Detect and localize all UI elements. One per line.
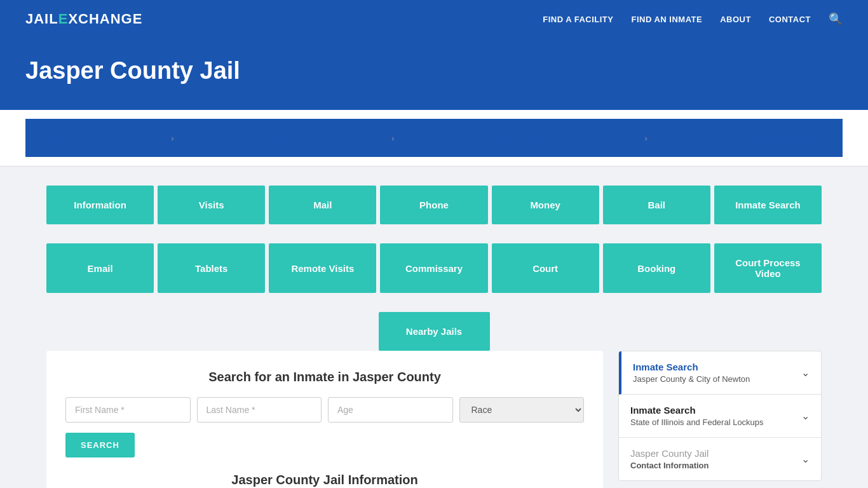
search-icon[interactable]: 🔍 — [829, 12, 843, 26]
info-title: Jasper County Jail Information — [65, 473, 584, 487]
last-name-input[interactable] — [197, 397, 322, 423]
sidebar-item-contact-info[interactable]: Jasper County Jail Contact Information ⌄ — [619, 438, 821, 480]
btn-email[interactable]: Email — [46, 243, 154, 293]
btn-court[interactable]: Court — [492, 243, 599, 293]
btn-money[interactable]: Money — [492, 186, 599, 224]
btn-visits[interactable]: Visits — [158, 186, 265, 224]
search-title: Search for an Inmate in Jasper County — [65, 370, 584, 384]
chevron-down-icon-2: ⌄ — [801, 410, 810, 422]
sidebar-item-text-jasper: Inmate Search Jasper County & City of Ne… — [633, 362, 750, 384]
sidebar-item-inmate-search-illinois[interactable]: Inmate Search State of Illinois and Fede… — [619, 395, 821, 438]
breadcrumb-sep-1: › — [171, 133, 173, 143]
button-grid-row2: Email Tablets Remote Visits Commissary C… — [46, 243, 822, 293]
sidebar-item-text-contact: Jasper County Jail Contact Information — [630, 448, 709, 470]
btn-nearby-jails[interactable]: Nearby Jails — [379, 312, 490, 351]
sidebar-item-subtitle-jasper: Jasper County & City of Newton — [633, 374, 750, 384]
sidebar-item-subtitle-illinois: State of Illinois and Federal Lockups — [630, 417, 764, 427]
first-name-input[interactable] — [65, 397, 191, 423]
btn-remote-visits[interactable]: Remote Visits — [269, 243, 376, 293]
nav-item-about[interactable]: ABOUT — [720, 13, 751, 25]
button-grid-row3: Nearby Jails — [46, 312, 822, 351]
race-select[interactable]: Race White Black Hispanic Asian Other — [459, 397, 585, 423]
breadcrumb-illinois[interactable]: Illinois — [270, 133, 295, 143]
nav-item-contact[interactable]: CONTACT — [769, 13, 811, 25]
sidebar-item-inmate-search-jasper[interactable]: Inmate Search Jasper County & City of Ne… — [619, 351, 821, 395]
sidebar-item-text-illinois: Inmate Search State of Illinois and Fede… — [630, 405, 764, 427]
sidebar-card: Inmate Search Jasper County & City of Ne… — [618, 351, 822, 481]
search-card: Search for an Inmate in Jasper County Ra… — [46, 351, 603, 488]
bottom-section: Search for an Inmate in Jasper County Ra… — [46, 351, 822, 488]
breadcrumb: Home › Illinois › Jasper County › Jasper… — [25, 119, 843, 157]
breadcrumb-sep-2: › — [391, 133, 394, 143]
search-form-row: Race White Black Hispanic Asian Other — [65, 397, 584, 423]
btn-court-process-video[interactable]: Court Process Video — [714, 243, 822, 293]
age-input[interactable] — [328, 397, 453, 423]
button-grid-row1: Information Visits Mail Phone Money Bail… — [46, 186, 822, 224]
breadcrumb-bar: Home › Illinois › Jasper County › Jasper… — [0, 110, 868, 166]
btn-information[interactable]: Information — [46, 186, 154, 224]
sidebar-item-title-illinois: Inmate Search — [630, 405, 764, 416]
logo[interactable]: JAILEXCHANGE — [25, 11, 142, 27]
btn-phone[interactable]: Phone — [380, 186, 487, 224]
btn-inmate-search[interactable]: Inmate Search — [714, 186, 822, 224]
navbar: JAILEXCHANGE FIND A FACILITY FIND AN INM… — [0, 0, 868, 38]
sidebar-item-title-jasper: Inmate Search — [633, 362, 750, 372]
sidebar: Inmate Search Jasper County & City of Ne… — [618, 351, 822, 481]
nav-links: FIND A FACILITY FIND AN INMATE ABOUT CON… — [543, 12, 843, 26]
page-title: Jasper County Jail — [25, 57, 843, 85]
btn-commissary[interactable]: Commissary — [380, 243, 487, 293]
btn-bail[interactable]: Bail — [603, 186, 710, 224]
btn-tablets[interactable]: Tablets — [158, 243, 265, 293]
info-peek: Jasper County Jail Information — [65, 473, 584, 487]
breadcrumb-current: Jasper County Jail — [744, 133, 817, 143]
main-content: Information Visits Mail Phone Money Bail… — [21, 166, 847, 488]
sidebar-item-title-contact: Jasper County Jail — [630, 448, 709, 459]
hero-section: Jasper County Jail — [0, 38, 868, 110]
btn-booking[interactable]: Booking — [603, 243, 710, 293]
sidebar-item-subtitle-contact: Contact Information — [630, 461, 709, 470]
breadcrumb-sep-3: › — [645, 133, 648, 143]
chevron-down-icon: ⌄ — [801, 367, 810, 379]
nav-item-inmate[interactable]: FIND AN INMATE — [631, 13, 702, 25]
search-button[interactable]: SEARCH — [65, 433, 135, 458]
chevron-down-icon-3: ⌄ — [801, 453, 810, 465]
nav-item-facility[interactable]: FIND A FACILITY — [543, 13, 613, 25]
breadcrumb-home[interactable]: Home — [51, 133, 74, 143]
breadcrumb-jasper-county[interactable]: Jasper County — [491, 133, 548, 143]
btn-mail[interactable]: Mail — [269, 186, 376, 224]
